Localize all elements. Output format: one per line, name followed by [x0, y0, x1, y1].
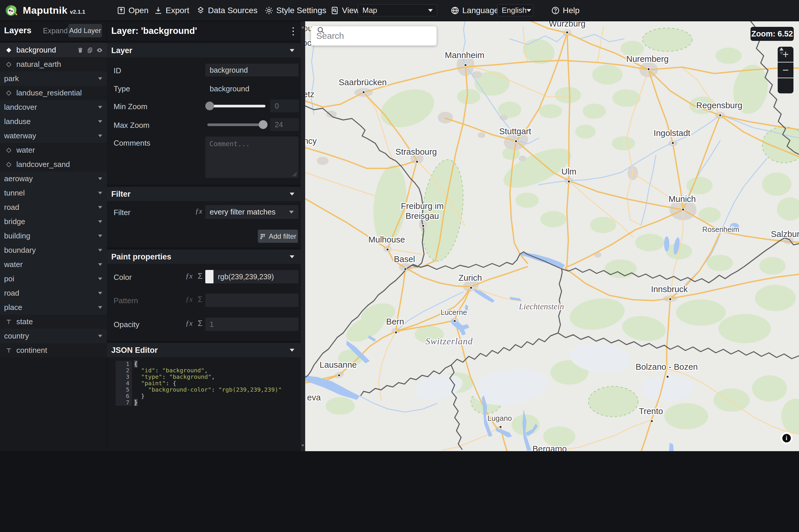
- code-line: 4 "paint": {: [116, 380, 299, 386]
- color-field[interactable]: rgb(239,239,239): [205, 270, 298, 283]
- map-label: Munich: [668, 194, 696, 204]
- map-label: eva: [307, 393, 321, 402]
- max-zoom-slider-thumb[interactable]: [259, 120, 267, 129]
- section-json-editor[interactable]: JSON Editor: [107, 343, 301, 357]
- sigma-icon[interactable]: Σ: [198, 272, 203, 281]
- layer-item-continent[interactable]: continent: [0, 343, 107, 358]
- map-search-input[interactable]: Search: [311, 26, 436, 45]
- language-select-value: English: [502, 6, 526, 15]
- map-canvas[interactable]: bourgocWürzburgMannheimNurembergSaarbrüc…: [305, 21, 799, 451]
- city-dot: [666, 376, 669, 378]
- pattern-field[interactable]: [205, 293, 298, 307]
- layer-item-waterway[interactable]: waterway: [0, 129, 107, 143]
- language-icon: [451, 6, 459, 15]
- delete-layer-icon[interactable]: [77, 47, 83, 53]
- min-zoom-value: 0: [275, 102, 279, 110]
- layer-item-tunnel[interactable]: tunnel: [0, 186, 107, 200]
- nav-item-label: View: [342, 6, 359, 15]
- max-zoom-field[interactable]: 24: [270, 118, 299, 131]
- min-zoom-slider-thumb[interactable]: [205, 101, 214, 110]
- filter-combinator-select[interactable]: every filter matches: [205, 205, 298, 219]
- layer-menu-button[interactable]: ⋮: [287, 24, 299, 38]
- nav-item-help[interactable]: Help: [551, 0, 580, 21]
- layer-item-building[interactable]: building: [0, 229, 107, 243]
- nav-item-open[interactable]: Open: [117, 0, 149, 21]
- layer-item-park[interactable]: park: [0, 72, 107, 86]
- toggle-visibility-icon[interactable]: [96, 47, 103, 53]
- min-zoom-field[interactable]: 0: [270, 99, 299, 112]
- nav-item-data-sources[interactable]: Data Sources: [196, 0, 258, 21]
- editor-title: Layer: 'background': [111, 21, 197, 41]
- layer-item-place[interactable]: place: [0, 300, 107, 315]
- layer-item-aeroway[interactable]: aeroway: [0, 172, 107, 186]
- scroll-up-icon[interactable]: [301, 26, 304, 28]
- search-icon: [317, 26, 325, 34]
- sigma-icon[interactable]: Σ: [198, 319, 203, 328]
- map-label: Zurich: [459, 273, 482, 283]
- fx-icon[interactable]: ƒx: [195, 207, 202, 216]
- chevron-down-icon: [98, 192, 102, 194]
- resize-handle[interactable]: [293, 172, 297, 176]
- layer-item-landuse[interactable]: landuse: [0, 114, 107, 129]
- city-dot: [338, 374, 340, 377]
- line-number: 6: [116, 393, 132, 399]
- add-layer-button[interactable]: Add Layer: [68, 24, 102, 37]
- layer-item-landcover_sand[interactable]: landcover_sand: [0, 157, 107, 172]
- nav-item-style-settings[interactable]: Style Settings: [265, 0, 326, 21]
- section-filter[interactable]: Filter: [107, 187, 301, 201]
- scroll-down-icon[interactable]: [301, 444, 304, 447]
- map-zoom-controls: + −: [778, 47, 794, 93]
- fx-icon[interactable]: ƒx: [185, 272, 193, 281]
- line-number: 3: [116, 374, 132, 380]
- layer-item-poi[interactable]: poi: [0, 272, 107, 286]
- max-zoom-slider[interactable]: [207, 124, 265, 126]
- min-zoom-slider[interactable]: [207, 105, 265, 108]
- fx-icon: ƒx: [185, 295, 193, 304]
- map-label: Nuremberg: [626, 54, 668, 64]
- layer-item-label: country: [4, 331, 29, 341]
- layer-item-label: tunnel: [4, 189, 25, 197]
- add-filter-button[interactable]: Add filter: [258, 230, 298, 243]
- layers-header: Layers Expand Add Layer: [0, 21, 107, 42]
- chevron-down-icon: [98, 120, 102, 123]
- id-label: ID: [114, 66, 121, 75]
- language-select[interactable]: English: [497, 4, 533, 16]
- city-dot: [672, 142, 674, 145]
- id-field[interactable]: background: [205, 64, 298, 76]
- duplicate-layer-icon[interactable]: [87, 47, 93, 53]
- bottom-background: [0, 451, 799, 532]
- view-select[interactable]: Map: [358, 4, 437, 16]
- nav-item-language[interactable]: Language: [451, 0, 499, 21]
- layer-item-bridge[interactable]: bridge: [0, 214, 107, 229]
- color-swatch[interactable]: [205, 270, 213, 283]
- layer-item-landcover[interactable]: landcover: [0, 100, 107, 114]
- layer-item-water[interactable]: water: [0, 258, 107, 272]
- json-code-editor[interactable]: 1{2 "id": "background",3 "type": "backgr…: [116, 361, 299, 406]
- editor-scrollbar[interactable]: [301, 21, 305, 451]
- nav-item-view[interactable]: View: [330, 0, 359, 21]
- attribution-button[interactable]: i: [780, 432, 793, 444]
- layer-item-label: landuse_residential: [16, 89, 82, 97]
- layer-item-natural_earth[interactable]: natural_earth: [0, 57, 107, 72]
- section-layer[interactable]: Layer: [107, 43, 301, 57]
- city-dot: [651, 420, 653, 422]
- layer-item-country[interactable]: country: [0, 329, 107, 343]
- layer-item-boundary[interactable]: boundary: [0, 243, 107, 258]
- layer-item-state[interactable]: state: [0, 315, 107, 329]
- chevron-down-icon: [290, 49, 294, 52]
- layer-item-background[interactable]: background: [0, 43, 107, 57]
- compass-button[interactable]: [778, 78, 794, 93]
- fx-icon[interactable]: ƒx: [185, 319, 193, 328]
- section-paint[interactable]: Paint properties: [107, 250, 301, 264]
- opacity-field[interactable]: 1: [205, 318, 298, 331]
- layer-item-road[interactable]: road: [0, 200, 107, 214]
- map-view[interactable]: bourgocWürzburgMannheimNurembergSaarbrüc…: [305, 21, 799, 451]
- layer-item-landuse_residential[interactable]: landuse_residential: [0, 86, 107, 100]
- nav-item-export[interactable]: Export: [154, 0, 189, 21]
- diamond-icon: [5, 147, 12, 154]
- comments-field[interactable]: [205, 137, 298, 178]
- layer-item-road[interactable]: road: [0, 286, 107, 300]
- layer-item-water[interactable]: water: [0, 143, 107, 157]
- expand-button[interactable]: Expand: [43, 24, 68, 37]
- zoom-out-button[interactable]: −: [778, 62, 794, 78]
